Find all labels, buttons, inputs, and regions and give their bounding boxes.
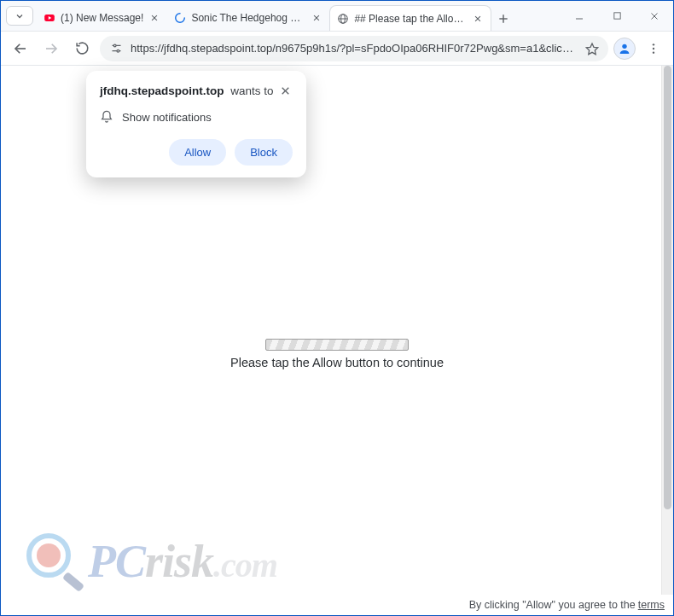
window-controls	[561, 1, 673, 31]
titlebar: (1) New Message! Sonic The Hedgehog 3 (2…	[1, 1, 673, 32]
terms-link[interactable]: terms	[638, 599, 665, 611]
toolbar: https://jfdhq.stepadspoint.top/n9675p9h1…	[1, 32, 673, 66]
back-button[interactable]	[8, 36, 33, 61]
svg-rect-14	[613, 13, 619, 19]
reload-icon	[75, 41, 90, 55]
close-icon[interactable]	[472, 13, 484, 25]
tab-title: Sonic The Hedgehog 3 (2024).m	[191, 12, 305, 24]
close-icon[interactable]	[311, 12, 322, 24]
globe-icon	[337, 13, 349, 25]
youtube-icon	[44, 12, 55, 24]
forward-button[interactable]	[38, 36, 64, 61]
tab-sonic[interactable]: Sonic The Hedgehog 3 (2024).m	[167, 5, 329, 31]
tab-title: (1) New Message!	[61, 12, 143, 24]
allow-button[interactable]: Allow	[169, 139, 226, 166]
center-content: Please tap the Allow button to continue	[1, 339, 673, 369]
permission-site: jfdhq.stepadspoint.top	[100, 84, 224, 97]
url-text: https://jfdhq.stepadspoint.top/n9675p9h1…	[131, 42, 578, 55]
permission-wants-text: wants to	[230, 84, 273, 97]
svg-marker-23	[586, 44, 597, 55]
tab-new-message[interactable]: (1) New Message!	[37, 5, 167, 31]
tab-strip: (1) New Message! Sonic The Hedgehog 3 (2…	[37, 1, 561, 31]
close-icon	[280, 85, 291, 96]
permission-origin: jfdhq.stepadspoint.top wants to	[100, 84, 274, 97]
watermark-logo: PCrisk.com	[26, 533, 277, 590]
maximize-icon	[613, 11, 622, 20]
block-button[interactable]: Block	[235, 139, 293, 166]
tab-title: ## Please tap the Allow button	[354, 13, 467, 25]
bookmark-button[interactable]	[583, 39, 601, 58]
tab-allow-prompt[interactable]: ## Please tap the Allow button	[329, 5, 491, 31]
kebab-icon	[647, 42, 660, 55]
new-tab-button[interactable]	[491, 7, 515, 31]
close-icon[interactable]	[148, 12, 160, 24]
footer-text: By clicking "Allow" you agree to the	[469, 599, 636, 611]
svg-point-22	[117, 49, 119, 52]
star-icon	[585, 42, 599, 55]
menu-button[interactable]	[641, 36, 666, 61]
profile-button[interactable]	[613, 38, 636, 60]
fake-progress-bar	[265, 339, 409, 351]
chevron-down-icon	[15, 11, 25, 21]
svg-point-27	[653, 51, 654, 53]
svg-point-25	[653, 44, 654, 45]
tune-icon	[110, 42, 123, 55]
plus-icon	[497, 13, 509, 25]
tab-search-dropdown[interactable]	[6, 6, 33, 26]
bell-icon	[100, 110, 113, 124]
browser-window: (1) New Message! Sonic The Hedgehog 3 (2…	[0, 0, 674, 616]
watermark-risk: risk	[145, 536, 213, 587]
address-bar[interactable]: https://jfdhq.stepadspoint.top/n9675p9h1…	[100, 36, 608, 61]
arrow-right-icon	[44, 41, 59, 56]
center-instruction-text: Please tap the Allow button to continue	[230, 356, 444, 369]
permission-close-button[interactable]	[277, 83, 293, 98]
permission-item-label: Show notifications	[122, 111, 212, 124]
spinner-icon	[174, 12, 186, 24]
close-window-button[interactable]	[636, 1, 673, 32]
permission-prompt: jfdhq.stepadspoint.top wants to Show not…	[86, 71, 306, 177]
svg-point-20	[113, 44, 116, 47]
page-viewport: jfdhq.stepadspoint.top wants to Show not…	[1, 66, 673, 615]
site-settings-chip[interactable]	[107, 39, 125, 58]
magnifier-icon	[26, 533, 83, 590]
svg-point-24	[622, 44, 626, 48]
arrow-left-icon	[13, 41, 28, 56]
maximize-button[interactable]	[598, 1, 636, 32]
minimize-button[interactable]	[561, 1, 598, 32]
svg-point-26	[653, 47, 654, 49]
close-icon	[649, 11, 659, 21]
scrollbar-thumb[interactable]	[664, 66, 671, 509]
footer-bar: By clicking "Allow" you agree to the ter…	[1, 595, 673, 615]
watermark-com: .com	[213, 546, 277, 584]
reload-button[interactable]	[69, 36, 95, 61]
person-icon	[618, 42, 631, 55]
minimize-icon	[574, 11, 584, 21]
watermark-pc: PC	[88, 536, 145, 587]
